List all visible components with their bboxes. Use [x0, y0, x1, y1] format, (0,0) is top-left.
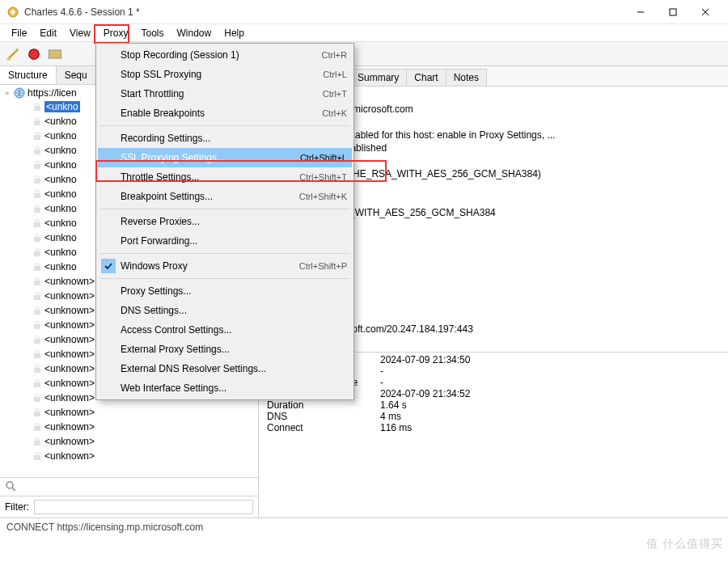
broom-icon[interactable]: [5, 46, 21, 62]
menu-tools[interactable]: Tools: [135, 26, 171, 40]
statusbar: CONNECT https://licensing.mp.microsoft.c…: [0, 517, 728, 535]
close-button[interactable]: [689, 2, 722, 22]
tree-item-label: <unkno: [44, 232, 77, 243]
svg-rect-22: [34, 310, 40, 315]
svg-rect-29: [34, 412, 40, 416]
menu-proxy[interactable]: Proxy: [97, 26, 135, 40]
tree-item[interactable]: <unknown>: [3, 449, 258, 463]
menu-item[interactable]: Port Forwarding...: [98, 231, 352, 251]
menu-view[interactable]: View: [63, 26, 97, 40]
menu-edit[interactable]: Edit: [33, 26, 63, 40]
tab-structure[interactable]: Structure: [0, 66, 57, 84]
menu-item-label: External Proxy Settings...: [121, 344, 347, 355]
lock-icon: [32, 262, 42, 272]
svg-rect-21: [34, 295, 40, 300]
menu-item[interactable]: External Proxy Settings...: [98, 340, 352, 359]
menu-item[interactable]: Windows ProxyCtrl+Shift+P: [98, 256, 352, 276]
menu-item[interactable]: SSL Proxying Settings...Ctrl+Shift+L: [98, 148, 352, 167]
menu-item[interactable]: Recording Settings...: [98, 129, 352, 148]
tree-item-label: <unkno: [44, 188, 77, 200]
tree-item-label: <unknown>: [44, 290, 95, 302]
svg-rect-30: [34, 426, 40, 431]
svg-point-33: [6, 482, 13, 488]
lock-icon: [32, 204, 42, 213]
lock-icon: [32, 306, 42, 315]
minimize-button[interactable]: [624, 2, 657, 22]
menu-item[interactable]: Breakpoint Settings...Ctrl+Shift+K: [98, 187, 352, 206]
tree-item-label: <unkno: [44, 247, 77, 258]
menu-item[interactable]: Reverse Proxies...: [98, 212, 352, 231]
svg-rect-6: [49, 50, 61, 58]
timing-value: 1.64 s: [380, 399, 407, 411]
svg-rect-25: [34, 353, 40, 358]
watermark: 值 什么值得买: [646, 537, 723, 551]
filter-icon[interactable]: [5, 480, 18, 493]
statusbar-text: CONNECT https://licensing.mp.microsoft.c…: [6, 522, 203, 533]
svg-line-34: [12, 488, 15, 491]
lock-icon: [32, 408, 42, 417]
menu-file[interactable]: File: [5, 26, 33, 40]
svg-rect-16: [34, 222, 40, 227]
tree-item[interactable]: <unknown>: [3, 420, 258, 434]
svg-rect-28: [34, 397, 40, 402]
expand-icon[interactable]: ▫: [3, 89, 11, 97]
window-title: Charles 4.6.6 - Session 1 *: [24, 6, 624, 18]
tab-chart[interactable]: Chart: [406, 69, 446, 86]
menu-item-label: SSL Proxying Settings...: [121, 152, 284, 163]
menu-item[interactable]: Access Control Settings...: [98, 320, 352, 340]
toolbar-icon[interactable]: [47, 46, 63, 62]
svg-rect-19: [34, 266, 40, 271]
menu-item-label: Breakpoint Settings...: [121, 191, 283, 202]
menu-item[interactable]: DNS Settings...: [98, 301, 352, 320]
record-icon[interactable]: [26, 46, 42, 62]
timing-value: 4 ms: [380, 411, 401, 422]
menu-item[interactable]: Start ThrottlingCtrl+T: [98, 84, 352, 103]
tree-item-label: <unknown>: [44, 450, 95, 462]
tree-item-label: <unknown>: [44, 421, 95, 433]
menu-item-label: Port Forwarding...: [121, 235, 347, 247]
menu-help[interactable]: Help: [218, 26, 251, 40]
filter-bar: Filter:: [0, 496, 258, 517]
tab-summary[interactable]: Summary: [349, 69, 407, 86]
timing-value: -: [380, 377, 383, 388]
svg-rect-8: [34, 106, 40, 111]
menu-window[interactable]: Window: [171, 26, 218, 40]
menu-separator: [99, 253, 350, 254]
tree-item-label: <unknown>: [44, 392, 95, 403]
menu-item[interactable]: Throttle Settings...Ctrl+Shift+T: [98, 167, 352, 187]
lock-icon: [32, 131, 42, 141]
globe-icon: [14, 87, 25, 99]
timing-value: 2024-07-09 21:34:52: [380, 388, 470, 399]
tree-item[interactable]: <unknown>: [3, 405, 258, 420]
menu-item-label: Enable Breakpoints: [121, 108, 306, 119]
menu-item-accel: Ctrl+Shift+L: [284, 153, 347, 163]
menu-item[interactable]: Stop SSL ProxyingCtrl+L: [98, 65, 352, 84]
menu-item-accel: Ctrl+R: [306, 50, 347, 60]
lock-icon: [32, 102, 42, 112]
tree-item-label: <unknown>: [44, 378, 95, 389]
tree-item-label: <unkno: [44, 130, 77, 142]
tab-sequence[interactable]: Sequ: [57, 66, 96, 84]
filter-input[interactable]: [34, 500, 253, 514]
svg-rect-23: [34, 324, 40, 329]
menu-item-label: Recording Settings...: [121, 133, 347, 144]
menu-item[interactable]: Web Interface Settings...: [98, 378, 352, 398]
menu-item-label: External DNS Resolver Settings...: [121, 363, 347, 374]
menu-item-label: Stop SSL Proxying: [121, 69, 307, 80]
menu-item[interactable]: Stop Recording (Session 1)Ctrl+R: [98, 45, 352, 65]
lock-icon: [32, 422, 42, 432]
maximize-button[interactable]: [657, 2, 689, 22]
timing-row: Duration1.64 s: [262, 399, 728, 411]
tree-item-label: <unkno: [44, 159, 77, 171]
menubar: File Edit View Proxy Tools Window Help: [0, 24, 728, 42]
lock-icon: [32, 349, 42, 359]
menu-item[interactable]: Proxy Settings...: [98, 281, 352, 301]
tree-item[interactable]: <unknown>: [3, 434, 258, 449]
svg-rect-31: [34, 441, 40, 446]
menu-item[interactable]: External DNS Resolver Settings...: [98, 359, 352, 378]
tree-item-label: <unknown>: [44, 319, 95, 331]
tab-notes[interactable]: Notes: [446, 69, 487, 86]
menu-item[interactable]: Enable BreakpointsCtrl+K: [98, 103, 352, 123]
svg-rect-18: [34, 251, 40, 256]
tree-item-label: <unkno: [44, 116, 77, 127]
